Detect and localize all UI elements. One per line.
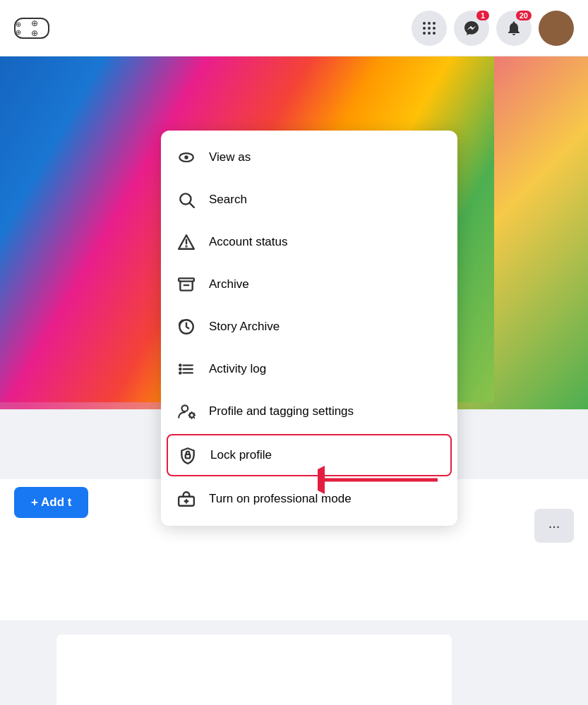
messenger-button[interactable]: 1 (454, 11, 489, 46)
svg-point-6 (423, 32, 426, 35)
menu-item-view-as[interactable]: View as (161, 136, 457, 179)
red-arrow-indicator (318, 466, 445, 497)
svg-point-10 (184, 155, 188, 159)
messenger-icon (463, 20, 480, 37)
menu-item-search[interactable]: Search (161, 179, 457, 221)
svg-point-26 (179, 368, 181, 370)
menu-item-activity-log-label: Activity log (209, 362, 266, 376)
svg-point-4 (428, 27, 431, 30)
svg-point-3 (423, 27, 426, 30)
avatar-button[interactable] (539, 11, 574, 46)
header: ⊕ ⊕ 1 20 (0, 0, 588, 56)
archive-icon (175, 273, 198, 296)
header-left: ⊕ ⊕ (14, 18, 49, 39)
header-right: 1 20 (412, 11, 574, 46)
notification-button[interactable]: 20 (496, 11, 532, 46)
add-button-label: + Add t (31, 495, 71, 510)
three-dots-icon: ··· (548, 518, 560, 534)
menu-item-view-as-label: View as (209, 150, 251, 164)
svg-point-28 (182, 405, 188, 411)
menu-item-archive[interactable]: Archive (161, 263, 457, 306)
svg-point-15 (186, 246, 186, 246)
bottom-card (56, 634, 452, 705)
list-icon (175, 358, 198, 380)
svg-point-8 (433, 32, 436, 35)
svg-rect-16 (179, 278, 194, 281)
search-icon (175, 188, 198, 211)
grid-button[interactable] (412, 11, 447, 46)
svg-point-2 (433, 22, 436, 25)
menu-item-search-label: Search (209, 193, 247, 207)
svg-line-12 (190, 203, 194, 207)
add-button[interactable]: + Add t (14, 487, 88, 518)
svg-point-0 (423, 22, 426, 25)
notification-badge: 20 (516, 11, 532, 20)
briefcase-icon (175, 488, 198, 510)
menu-item-story-archive[interactable]: Story Archive (161, 306, 457, 348)
profile-gear-icon (175, 400, 198, 423)
menu-item-story-archive-label: Story Archive (209, 320, 280, 334)
gamepad-icon: ⊕ ⊕ (14, 18, 49, 39)
warning-icon (175, 231, 198, 253)
svg-point-7 (428, 32, 431, 35)
grid-icon (421, 20, 438, 37)
more-options-button[interactable]: ··· (534, 509, 574, 543)
menu-item-lock-profile-label: Lock profile (210, 448, 272, 462)
menu-item-activity-log[interactable]: Activity log (161, 348, 457, 390)
eye-icon (175, 146, 198, 169)
svg-point-27 (179, 372, 181, 373)
menu-item-account-status-label: Account status (209, 235, 288, 249)
menu-item-archive-label: Archive (209, 277, 249, 291)
menu-item-profile-tagging[interactable]: Profile and tagging settings (161, 390, 457, 433)
menu-item-account-status[interactable]: Account status (161, 221, 457, 263)
svg-point-1 (428, 22, 431, 25)
svg-point-25 (179, 365, 181, 366)
menu-item-profile-tagging-label: Profile and tagging settings (209, 404, 354, 418)
messenger-badge: 1 (476, 11, 489, 20)
lock-shield-icon (176, 444, 199, 466)
bell-icon (505, 20, 522, 37)
svg-point-5 (433, 27, 436, 30)
story-clock-icon (175, 315, 198, 338)
